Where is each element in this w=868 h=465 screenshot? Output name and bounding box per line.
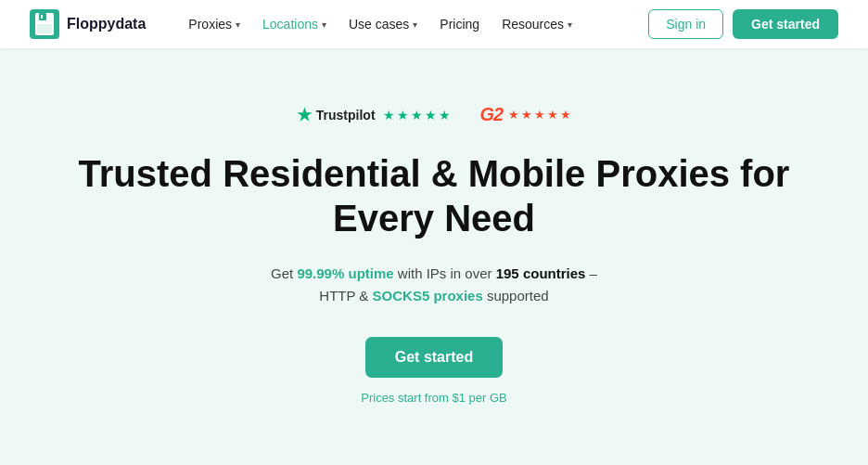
nav-links: Proxies ▾ Locations ▾ Use cases ▾ Pricin…: [179, 11, 648, 37]
subtitle-line2-2: supported: [483, 288, 549, 304]
g2-stars: ★ ★ ★ ★ ★: [508, 108, 571, 122]
chevron-down-icon: ▾: [322, 19, 326, 30]
nav-item-use-cases[interactable]: Use cases ▾: [339, 11, 427, 37]
brand-name: Floppydata: [67, 16, 146, 32]
get-started-hero-button[interactable]: Get started: [365, 337, 503, 378]
logo-icon: [30, 9, 59, 39]
logo-link[interactable]: Floppydata: [30, 9, 146, 39]
chevron-down-icon: ▾: [568, 19, 572, 30]
hero-section: ★ Trustpilot ★ ★ ★ ★ ★ G2 ★ ★ ★ ★ ★ Trus…: [0, 48, 868, 451]
subtitle-text-1: Get: [271, 265, 297, 281]
hero-title: Trusted Residential & Mobile Proxies for…: [72, 151, 796, 240]
nav-item-proxies[interactable]: Proxies ▾: [179, 11, 249, 37]
get-started-nav-button[interactable]: Get started: [733, 9, 838, 39]
trustpilot-label: Trustpilot: [316, 108, 376, 123]
g2-rating: G2 ★ ★ ★ ★ ★: [480, 104, 572, 125]
signin-button[interactable]: Sign in: [648, 9, 723, 39]
hero-subtitle: Get 99.99% uptime with IPs in over 195 c…: [271, 263, 597, 307]
subtitle-socks: SOCKS5 proxies: [373, 288, 483, 304]
trustpilot-star-icon: ★: [297, 105, 312, 125]
svg-rect-4: [41, 15, 43, 19]
nav-item-resources[interactable]: Resources ▾: [492, 11, 581, 37]
svg-rect-3: [37, 24, 52, 33]
nav-actions: Sign in Get started: [648, 9, 838, 39]
subtitle-uptime: 99.99% uptime: [297, 265, 393, 281]
subtitle-text-3: –: [585, 265, 597, 281]
g2-logo: G2: [480, 104, 504, 125]
chevron-down-icon: ▾: [236, 19, 240, 30]
navbar: Floppydata Proxies ▾ Locations ▾ Use cas…: [0, 0, 868, 48]
nav-item-locations[interactable]: Locations ▾: [253, 11, 336, 37]
chevron-down-icon: ▾: [413, 19, 417, 30]
subtitle-text-2: with IPs in over: [394, 265, 496, 281]
ratings-row: ★ Trustpilot ★ ★ ★ ★ ★ G2 ★ ★ ★ ★ ★: [297, 104, 571, 125]
price-note: Prices start from $1 per GB: [361, 391, 507, 405]
nav-item-pricing[interactable]: Pricing: [430, 11, 489, 37]
trustpilot-rating: ★ Trustpilot ★ ★ ★ ★ ★: [297, 105, 451, 125]
subtitle-countries: 195 countries: [496, 265, 586, 281]
trustpilot-stars: ★ ★ ★ ★ ★: [383, 108, 451, 123]
subtitle-line2-1: HTTP &: [319, 288, 372, 304]
